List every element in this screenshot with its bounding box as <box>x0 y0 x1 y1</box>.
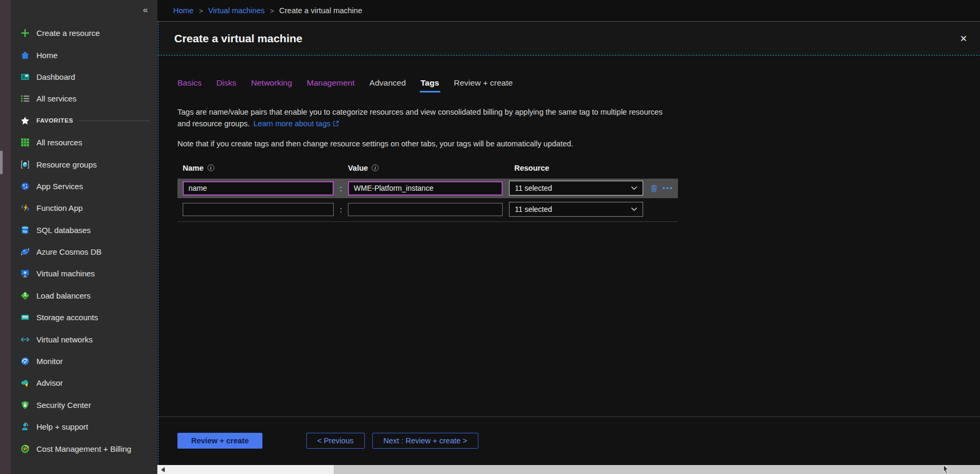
tab-management[interactable]: Management <box>307 78 354 92</box>
tab-review-create[interactable]: Review + create <box>454 78 513 92</box>
network-icon <box>21 335 30 344</box>
breadcrumb: Home>Virtual machines>Create a virtual m… <box>157 0 980 21</box>
sidebar-item-virtual-machines[interactable]: Virtual machines <box>11 263 157 284</box>
sidebar-item-label: Virtual machines <box>36 269 95 278</box>
horizontal-scrollbar[interactable] <box>157 465 980 474</box>
scroll-left-arrow-icon[interactable] <box>158 465 167 474</box>
close-icon[interactable]: ✕ <box>957 32 970 44</box>
advisor-icon <box>21 378 30 387</box>
delete-row-icon[interactable] <box>651 184 657 192</box>
sidebar-item-label: FAVORITES <box>36 117 73 124</box>
scrollbar-thumb[interactable] <box>334 465 980 474</box>
info-icon[interactable] <box>372 164 379 171</box>
tag-value-input[interactable] <box>348 203 503 216</box>
tab-tags[interactable]: Tags <box>421 78 439 92</box>
tab-advanced[interactable]: Advanced <box>370 78 406 92</box>
breadcrumb-virtual-machines[interactable]: Virtual machines <box>208 6 265 15</box>
page-title: Create a virtual machine <box>174 32 303 45</box>
column-header-name: Name <box>183 164 348 172</box>
tag-name-input[interactable] <box>183 203 334 216</box>
sidebar-item-all-resources[interactable]: All resources <box>11 132 157 153</box>
sidebar-item-create-a-resource[interactable]: Create a resource <box>11 22 157 44</box>
sidebar-item-virtual-networks[interactable]: Virtual networks <box>11 328 157 350</box>
resource-dropdown[interactable]: 11 selected <box>509 202 643 217</box>
resource-dropdown[interactable]: 11 selected <box>509 181 643 196</box>
sidebar-item-cost-management-billing[interactable]: Cost Management + Billing <box>11 438 157 459</box>
panel-header: Create a virtual machine ✕ <box>157 21 980 55</box>
column-header-value: Value <box>348 164 514 172</box>
previous-button[interactable]: < Previous <box>306 433 365 449</box>
sidebar-item-label: App Services <box>36 182 83 191</box>
tab-basics[interactable]: Basics <box>177 78 202 92</box>
sidebar-item-monitor[interactable]: Monitor <box>11 350 157 372</box>
breadcrumb-home[interactable]: Home <box>173 6 194 15</box>
review-create-button[interactable]: Review + create <box>177 433 262 449</box>
content-area: Home>Virtual machines>Create a virtual m… <box>157 0 980 474</box>
tags-description: Tags are name/value pairs that enable yo… <box>177 106 676 130</box>
sidebar-item-label: Home <box>36 51 58 60</box>
sidebar-item-label: Monitor <box>36 357 63 366</box>
cube-icon <box>21 160 30 169</box>
row-actions <box>651 184 672 192</box>
grid-icon <box>21 138 30 147</box>
sidebar-item-label: Virtual networks <box>36 335 92 344</box>
breadcrumb-separator-icon: > <box>270 7 274 15</box>
next-button[interactable]: Next : Review + create > <box>372 433 478 449</box>
breadcrumb-create-a-virtual-machine: Create a virtual machine <box>279 6 362 15</box>
sidebar-item-label: Resource groups <box>36 160 97 169</box>
chevron-down-icon <box>631 186 637 190</box>
sidebar-item-label: Security Center <box>36 401 91 410</box>
focus-outline-top <box>158 55 980 55</box>
tag-value-input[interactable] <box>348 181 503 196</box>
sidebar-item-label: Azure Cosmos DB <box>36 247 101 256</box>
sidebar-item-label: Storage accounts <box>36 313 98 322</box>
tab-networking[interactable]: Networking <box>251 78 293 92</box>
sidebar-item-label: Help + support <box>36 422 88 431</box>
sidebar-item-function-app[interactable]: Function App <box>11 197 157 219</box>
tags-note: Note that if you create tags and then ch… <box>177 140 980 148</box>
tab-bar: BasicsDisksNetworkingManagementAdvancedT… <box>177 78 980 92</box>
sidebar-item-resource-groups[interactable]: Resource groups <box>11 153 157 175</box>
list-icon <box>21 94 30 103</box>
sidebar-item-label: SQL databases <box>36 226 91 235</box>
sidebar-item-advisor[interactable]: Advisor <box>11 372 157 394</box>
column-header-label: Resource <box>514 164 549 172</box>
sidebar-item-home[interactable]: Home <box>11 44 157 66</box>
sidebar-item-load-balancers[interactable]: Load balancers <box>11 285 157 306</box>
footer: Review + create < Previous Next : Review… <box>157 416 980 449</box>
storage-icon <box>21 313 30 322</box>
panel-body: BasicsDisksNetworkingManagementAdvancedT… <box>157 55 980 474</box>
sidebar-item-label: Dashboard <box>36 72 75 81</box>
database-icon <box>21 226 30 235</box>
sidebar-item-app-services[interactable]: App Services <box>11 175 157 197</box>
sidebar-item-help-support[interactable]: Help + support <box>11 416 157 438</box>
colon-separator: : <box>334 205 348 214</box>
sidebar-item-dashboard[interactable]: Dashboard <box>11 66 157 88</box>
more-actions-icon[interactable] <box>663 187 672 189</box>
sidebar: « Create a resourceHomeDashboardAll serv… <box>11 0 157 474</box>
tag-name-input[interactable] <box>183 181 334 196</box>
balancer-icon <box>21 291 30 300</box>
sidebar-item-azure-cosmos-db[interactable]: Azure Cosmos DB <box>11 241 157 263</box>
sidebar-collapse-icon[interactable]: « <box>140 4 151 16</box>
resource-dropdown-value: 11 selected <box>515 205 552 213</box>
lightning-icon <box>21 203 30 212</box>
table-rows: :11 selected:11 selected <box>177 179 980 219</box>
table-header: NameValueResource <box>177 164 980 172</box>
sidebar-item-label: Cost Management + Billing <box>36 444 131 453</box>
column-header-label: Value <box>348 164 368 172</box>
learn-more-link[interactable]: Learn more about tags <box>253 119 339 128</box>
star-icon <box>21 116 30 125</box>
vm-icon <box>21 269 30 278</box>
resource-dropdown-value: 11 selected <box>515 184 552 192</box>
info-icon[interactable] <box>208 164 214 171</box>
sidebar-item-all-services[interactable]: All services <box>11 88 157 109</box>
column-header-resource: Resource <box>514 164 549 172</box>
gauge-icon <box>21 357 30 366</box>
tag-row: :11 selected <box>177 200 678 219</box>
sidebar-item-storage-accounts[interactable]: Storage accounts <box>11 306 157 328</box>
sidebar-item-label: Load balancers <box>36 291 91 300</box>
sidebar-item-security-center[interactable]: Security Center <box>11 394 157 416</box>
sidebar-item-sql-databases[interactable]: SQL databases <box>11 219 157 241</box>
tab-disks[interactable]: Disks <box>216 78 237 92</box>
